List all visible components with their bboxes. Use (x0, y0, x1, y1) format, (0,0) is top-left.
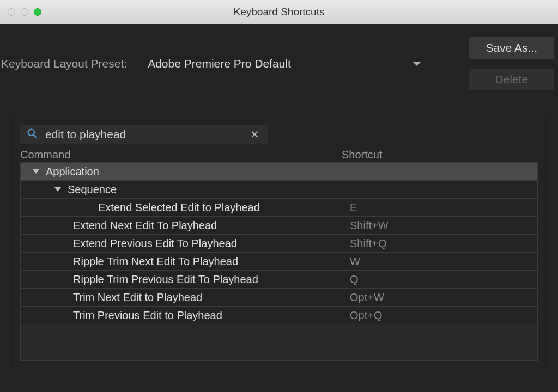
shortcuts-table: ApplicationSequenceExtend Selected Edit … (20, 162, 538, 361)
column-shortcut-header[interactable]: Shortcut (342, 149, 538, 161)
table-row (21, 324, 537, 342)
command-label: Sequence (68, 183, 117, 196)
shortcut-cell[interactable]: Shift+W (342, 219, 537, 232)
window-minimize-button[interactable] (21, 8, 28, 16)
command-cell (21, 324, 342, 342)
traffic-lights (8, 8, 41, 16)
chevron-down-icon (413, 62, 421, 66)
command-label: Extend Next Edit To Playhead (73, 219, 217, 232)
clear-search-icon[interactable]: ✕ (248, 128, 262, 141)
command-row[interactable]: Extend Previous Edit To PlayheadShift+Q (21, 235, 537, 253)
command-cell: Ripple Trim Previous Edit To Playhead (21, 271, 342, 288)
group-sequence[interactable]: Sequence (21, 181, 537, 199)
command-row[interactable]: Extend Selected Edit to PlayheadE (21, 199, 537, 217)
window-close-button[interactable] (8, 8, 15, 16)
search-icon (27, 128, 38, 141)
preset-value: Adobe Premiere Pro Default (148, 57, 291, 70)
command-label: Ripple Trim Next Edit To Playhead (73, 255, 238, 268)
command-label: Extend Selected Edit to Playhead (98, 201, 260, 214)
command-cell: Trim Next Edit to Playhead (21, 289, 342, 306)
command-cell: Application (21, 163, 342, 180)
table-row (21, 342, 537, 360)
window-title: Keyboard Shortcuts (234, 6, 325, 18)
preset-label: Keyboard Layout Preset: (1, 57, 127, 70)
command-row[interactable]: Ripple Trim Previous Edit To PlayheadQ (21, 271, 537, 289)
command-row[interactable]: Ripple Trim Next Edit To PlayheadW (21, 253, 537, 271)
shortcut-cell[interactable]: W (342, 255, 537, 268)
group-application[interactable]: Application (21, 163, 537, 181)
shortcuts-panel: ✕ Command Shortcut ApplicationSequenceEx… (12, 118, 546, 369)
command-row[interactable]: Trim Next Edit to PlayheadOpt+W (21, 289, 537, 307)
shortcut-cell[interactable]: Q (342, 273, 537, 286)
command-cell: Ripple Trim Next Edit To Playhead (21, 253, 342, 270)
delete-button[interactable]: Delete (469, 69, 554, 90)
preset-select[interactable]: Adobe Premiere Pro Default (137, 52, 431, 75)
shortcut-cell[interactable]: Shift+Q (342, 237, 537, 250)
command-row[interactable]: Extend Next Edit To PlayheadShift+W (21, 217, 537, 235)
chevron-down-icon[interactable] (54, 187, 61, 192)
command-cell: Extend Selected Edit to Playhead (21, 199, 342, 216)
command-cell: Extend Previous Edit To Playhead (21, 235, 342, 252)
table-header: Command Shortcut (13, 148, 545, 162)
column-command-header[interactable]: Command (20, 149, 342, 161)
command-label: Application (46, 166, 99, 178)
command-cell: Sequence (21, 181, 342, 198)
command-cell: Trim Previous Edit to Playhead (21, 307, 342, 324)
window-maximize-button[interactable] (34, 8, 41, 16)
svg-point-0 (28, 130, 35, 136)
save-as-button[interactable]: Save As... (469, 37, 554, 59)
shortcut-cell[interactable]: Opt+W (342, 291, 537, 304)
chevron-down-icon[interactable] (33, 169, 39, 174)
command-row[interactable]: Trim Previous Edit to PlayheadOpt+Q (21, 307, 537, 324)
command-label: Ripple Trim Previous Edit To Playhead (73, 273, 258, 286)
command-label: Extend Previous Edit To Playhead (73, 237, 237, 250)
shortcut-cell[interactable]: E (342, 201, 537, 214)
command-cell (21, 342, 342, 360)
command-label: Trim Next Edit to Playhead (73, 291, 202, 304)
titlebar: Keyboard Shortcuts (0, 0, 558, 24)
shortcut-cell[interactable]: Opt+Q (342, 309, 537, 322)
svg-line-1 (34, 135, 37, 138)
command-label: Trim Previous Edit to Playhead (73, 309, 222, 322)
search-box[interactable]: ✕ (20, 125, 268, 144)
command-cell: Extend Next Edit To Playhead (21, 217, 342, 234)
search-input[interactable] (45, 128, 240, 141)
